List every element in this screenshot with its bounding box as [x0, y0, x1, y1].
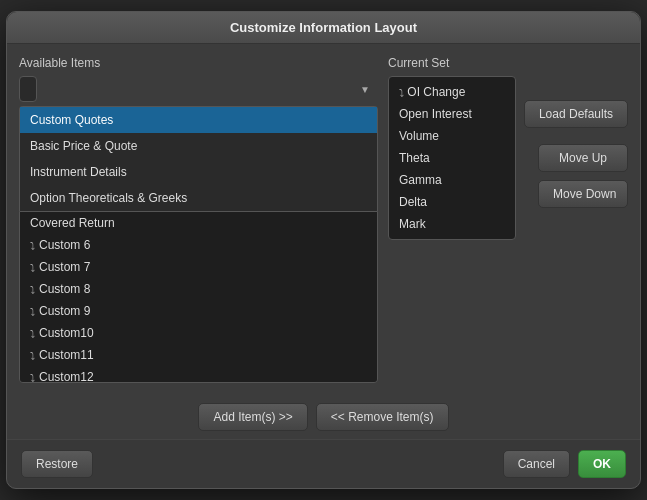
custom-11-label: Custom11: [39, 348, 94, 362]
content-area: Available Items ▼ Custom Quotes Basic Pr…: [7, 44, 640, 395]
oi-change-label: OI Change: [407, 85, 465, 99]
link-icon: ⤵: [30, 372, 35, 383]
category-dropdown-wrapper: ▼: [19, 76, 378, 102]
restore-button[interactable]: Restore: [21, 450, 93, 478]
link-icon: ⤵: [30, 284, 35, 295]
category-dropdown[interactable]: [19, 76, 37, 102]
list-item-custom-10[interactable]: ⤵ Custom10: [20, 322, 377, 344]
footer: Restore Cancel OK: [7, 439, 640, 488]
link-icon: ⤵: [30, 262, 35, 273]
list-item-open-interest[interactable]: Open Interest: [389, 103, 515, 125]
cancel-button[interactable]: Cancel: [503, 450, 570, 478]
list-item-gamma[interactable]: Gamma: [389, 169, 515, 191]
link-icon: ⤵: [30, 350, 35, 361]
left-panel: Available Items ▼ Custom Quotes Basic Pr…: [19, 56, 378, 383]
add-items-button[interactable]: Add Item(s) >>: [198, 403, 307, 431]
custom-12-label: Custom12: [39, 370, 94, 383]
custom-10-label: Custom10: [39, 326, 94, 340]
remove-items-button[interactable]: << Remove Item(s): [316, 403, 449, 431]
covered-return-label: Covered Return: [30, 216, 115, 230]
right-panel: Current Set ⤵ OI Change Open Interest Vo…: [388, 56, 628, 383]
category-item-instrument-details[interactable]: Instrument Details: [20, 159, 377, 185]
current-set-label: Current Set: [388, 56, 628, 70]
list-item-covered-return[interactable]: Covered Return: [20, 212, 377, 234]
available-items-list: Covered Return ⤵ Custom 6 ⤵ Custom 7 ⤵ C…: [19, 211, 378, 383]
list-item-custom-6[interactable]: ⤵ Custom 6: [20, 234, 377, 256]
list-item-custom-9[interactable]: ⤵ Custom 9: [20, 300, 377, 322]
category-item-basic-price-quote[interactable]: Basic Price & Quote: [20, 133, 377, 159]
link-icon: ⤵: [30, 328, 35, 339]
list-item-volume[interactable]: Volume: [389, 125, 515, 147]
mid-action-buttons: Add Item(s) >> << Remove Item(s): [7, 395, 640, 439]
link-icon: ⤵: [30, 306, 35, 317]
category-list: Custom Quotes Basic Price & Quote Instru…: [19, 106, 378, 211]
custom-8-label: Custom 8: [39, 282, 90, 296]
ok-button[interactable]: OK: [578, 450, 626, 478]
list-item-custom-11[interactable]: ⤵ Custom11: [20, 344, 377, 366]
right-side-buttons: Load Defaults Move Up Move Down: [524, 76, 628, 208]
custom-7-label: Custom 7: [39, 260, 90, 274]
footer-right-buttons: Cancel OK: [503, 450, 626, 478]
mark-label: Mark: [399, 217, 426, 231]
dropdown-arrow-icon: ▼: [360, 84, 370, 95]
category-item-custom-quotes[interactable]: Custom Quotes: [20, 107, 377, 133]
current-set-list: ⤵ OI Change Open Interest Volume Theta: [388, 76, 516, 240]
load-defaults-button[interactable]: Load Defaults: [524, 100, 628, 128]
list-item-theta[interactable]: Theta: [389, 147, 515, 169]
list-item-mark[interactable]: Mark: [389, 213, 515, 235]
open-interest-label: Open Interest: [399, 107, 472, 121]
gamma-label: Gamma: [399, 173, 442, 187]
right-top-left: ⤵ OI Change Open Interest Volume Theta: [388, 76, 516, 240]
dropdown-row: ▼: [19, 76, 378, 102]
customize-dialog: Customize Information Layout Available I…: [6, 11, 641, 489]
move-up-button[interactable]: Move Up: [538, 144, 628, 172]
dialog-title: Customize Information Layout: [7, 12, 640, 44]
category-item-option-theoreticals[interactable]: Option Theoreticals & Greeks: [20, 185, 377, 211]
list-item-custom-7[interactable]: ⤵ Custom 7: [20, 256, 377, 278]
list-item-custom-8[interactable]: ⤵ Custom 8: [20, 278, 377, 300]
right-top: ⤵ OI Change Open Interest Volume Theta: [388, 76, 628, 383]
delta-label: Delta: [399, 195, 427, 209]
custom-9-label: Custom 9: [39, 304, 90, 318]
link-icon: ⤵: [399, 87, 404, 98]
list-item-oi-change[interactable]: ⤵ OI Change: [389, 81, 515, 103]
link-icon: ⤵: [30, 240, 35, 251]
list-item-delta[interactable]: Delta: [389, 191, 515, 213]
available-items-label: Available Items: [19, 56, 378, 70]
custom-6-label: Custom 6: [39, 238, 90, 252]
move-down-button[interactable]: Move Down: [538, 180, 628, 208]
theta-label: Theta: [399, 151, 430, 165]
volume-label: Volume: [399, 129, 439, 143]
list-item-custom-12[interactable]: ⤵ Custom12: [20, 366, 377, 383]
